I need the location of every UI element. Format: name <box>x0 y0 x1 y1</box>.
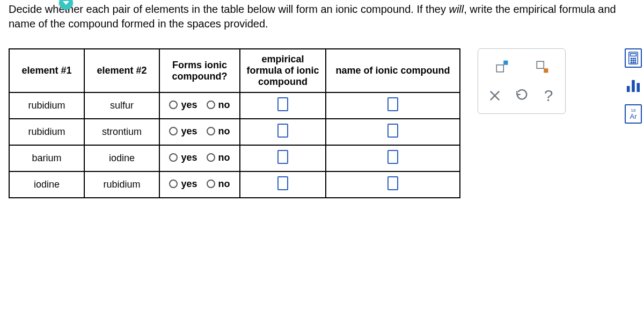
radio-yes-label: yes <box>181 99 197 111</box>
right-tool-rail: 18 Ar <box>623 48 644 124</box>
radio-no-label: no <box>218 99 230 111</box>
prompt-em: will <box>449 3 464 15</box>
name-input[interactable] <box>387 150 398 164</box>
radio-yes[interactable] <box>169 127 178 135</box>
radio-yes[interactable] <box>169 180 178 188</box>
help-icon: ? <box>544 87 553 105</box>
cell-element-2: rubidium <box>84 171 159 198</box>
header-element-1: element #1 <box>9 49 84 92</box>
header-compound-name: name of ionic compound <box>326 49 460 92</box>
svg-point-8 <box>631 58 632 59</box>
svg-point-16 <box>635 62 636 63</box>
cell-element-1: rubidium <box>9 119 84 145</box>
radio-yes[interactable] <box>169 101 178 109</box>
formula-input[interactable] <box>277 150 288 164</box>
table-row: barium iodine yes no <box>9 145 460 171</box>
svg-point-15 <box>633 62 634 63</box>
radio-no-label: no <box>218 126 230 137</box>
cell-name <box>326 92 460 119</box>
cell-forms-ionic: yes no <box>159 92 240 119</box>
svg-rect-3 <box>544 69 548 73</box>
radio-yes-label: yes <box>181 126 197 137</box>
svg-point-13 <box>635 60 636 61</box>
radio-no[interactable] <box>207 153 215 162</box>
header-empirical-formula: empirical formula of ionic compound <box>240 49 326 92</box>
cell-forms-ionic: yes no <box>159 119 240 145</box>
header-forms-ionic: Forms ionic compound? <box>159 49 240 92</box>
cell-element-1: barium <box>9 145 84 171</box>
cell-name <box>326 119 460 145</box>
cell-element-2: iodine <box>84 145 159 171</box>
radio-yes-label: yes <box>181 152 197 163</box>
radio-yes-label: yes <box>181 178 197 190</box>
radio-no-label: no <box>218 178 230 190</box>
cell-formula <box>240 171 326 198</box>
svg-rect-0 <box>496 65 503 72</box>
svg-point-9 <box>633 58 634 59</box>
name-input[interactable] <box>387 176 398 190</box>
svg-rect-18 <box>632 80 635 92</box>
cell-name <box>326 171 460 198</box>
cell-forms-ionic: yes no <box>159 145 240 171</box>
answer-table: element #1 element #2 Forms ionic compou… <box>9 48 460 198</box>
formula-input[interactable] <box>277 124 288 138</box>
table-row: iodine rubidium yes no <box>9 171 460 198</box>
subscript-button[interactable] <box>531 55 553 78</box>
cell-formula <box>240 145 326 171</box>
svg-point-12 <box>633 60 634 61</box>
name-input[interactable] <box>387 124 398 138</box>
cell-element-2: sulfur <box>84 92 159 119</box>
name-input[interactable] <box>387 97 398 111</box>
radio-yes[interactable] <box>169 153 178 162</box>
svg-point-10 <box>635 58 636 59</box>
calculator-button[interactable] <box>625 48 642 68</box>
svg-rect-1 <box>504 61 508 64</box>
svg-rect-19 <box>637 83 640 92</box>
svg-rect-17 <box>627 86 630 92</box>
superscript-button[interactable] <box>491 55 513 78</box>
svg-rect-7 <box>631 54 636 56</box>
formula-input[interactable] <box>277 97 288 111</box>
pt-symbol: Ar <box>630 113 637 120</box>
svg-point-11 <box>631 60 632 61</box>
question-prompt: Decide whether each pair of elements in … <box>0 0 644 35</box>
graph-button[interactable] <box>625 76 642 96</box>
periodic-table-button[interactable]: 18 Ar <box>625 104 642 124</box>
header-element-2: element #2 <box>84 49 159 92</box>
clear-button[interactable] <box>484 84 506 107</box>
cell-element-1: rubidium <box>9 92 84 119</box>
cell-forms-ionic: yes no <box>159 171 240 198</box>
table-row: rubidium strontium yes no <box>9 119 460 145</box>
reset-button[interactable] <box>510 84 533 107</box>
formula-input[interactable] <box>277 176 288 190</box>
radio-no-label: no <box>218 152 230 163</box>
cell-element-2: strontium <box>84 119 159 145</box>
cell-name <box>326 145 460 171</box>
radio-no[interactable] <box>207 127 215 135</box>
cell-formula <box>240 119 326 145</box>
prompt-text-pre: Decide whether each pair of elements in … <box>9 3 449 15</box>
equation-toolbox: ? <box>478 48 566 114</box>
radio-no[interactable] <box>207 101 215 109</box>
svg-point-14 <box>631 62 632 63</box>
help-button[interactable]: ? <box>537 84 560 107</box>
cell-formula <box>240 92 326 119</box>
cell-element-1: iodine <box>9 171 84 198</box>
radio-no[interactable] <box>207 180 215 188</box>
table-row: rubidium sulfur yes no <box>9 92 460 119</box>
svg-rect-2 <box>537 61 544 68</box>
